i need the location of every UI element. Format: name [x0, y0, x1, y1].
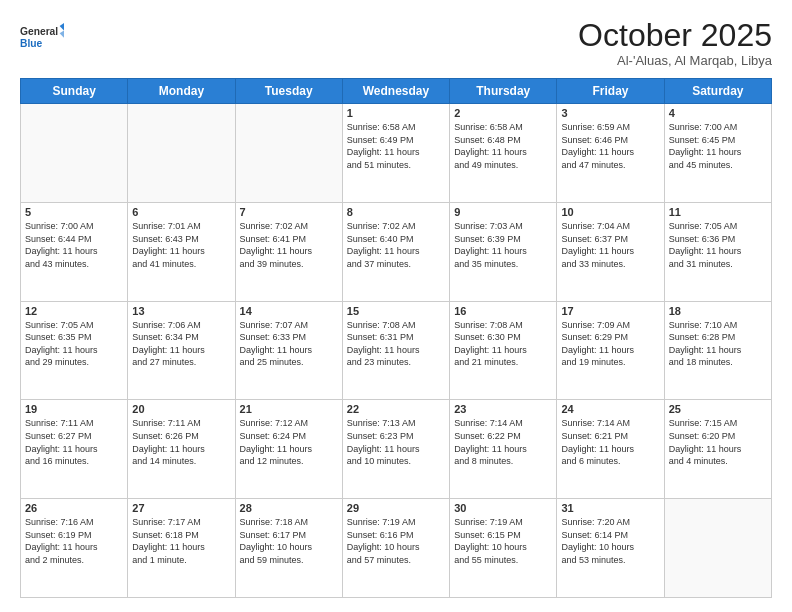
- day-number: 2: [454, 107, 552, 119]
- calendar-cell: 10Sunrise: 7:04 AM Sunset: 6:37 PM Dayli…: [557, 202, 664, 301]
- logo: General Blue: [20, 18, 64, 56]
- calendar-cell: 28Sunrise: 7:18 AM Sunset: 6:17 PM Dayli…: [235, 499, 342, 598]
- day-number: 8: [347, 206, 445, 218]
- day-info: Sunrise: 6:59 AM Sunset: 6:46 PM Dayligh…: [561, 121, 659, 171]
- day-number: 21: [240, 403, 338, 415]
- day-header-friday: Friday: [557, 79, 664, 104]
- day-number: 23: [454, 403, 552, 415]
- day-number: 10: [561, 206, 659, 218]
- day-number: 22: [347, 403, 445, 415]
- day-number: 7: [240, 206, 338, 218]
- calendar-week-3: 19Sunrise: 7:11 AM Sunset: 6:27 PM Dayli…: [21, 400, 772, 499]
- day-info: Sunrise: 7:19 AM Sunset: 6:16 PM Dayligh…: [347, 516, 445, 566]
- calendar-cell: 14Sunrise: 7:07 AM Sunset: 6:33 PM Dayli…: [235, 301, 342, 400]
- day-info: Sunrise: 7:08 AM Sunset: 6:31 PM Dayligh…: [347, 319, 445, 369]
- day-number: 5: [25, 206, 123, 218]
- day-info: Sunrise: 7:12 AM Sunset: 6:24 PM Dayligh…: [240, 417, 338, 467]
- calendar-cell: 20Sunrise: 7:11 AM Sunset: 6:26 PM Dayli…: [128, 400, 235, 499]
- day-info: Sunrise: 7:09 AM Sunset: 6:29 PM Dayligh…: [561, 319, 659, 369]
- calendar-week-0: 1Sunrise: 6:58 AM Sunset: 6:49 PM Daylig…: [21, 104, 772, 203]
- day-info: Sunrise: 7:15 AM Sunset: 6:20 PM Dayligh…: [669, 417, 767, 467]
- calendar-header-row: SundayMondayTuesdayWednesdayThursdayFrid…: [21, 79, 772, 104]
- calendar-cell: [128, 104, 235, 203]
- calendar-table: SundayMondayTuesdayWednesdayThursdayFrid…: [20, 78, 772, 598]
- day-header-saturday: Saturday: [664, 79, 771, 104]
- calendar-cell: 3Sunrise: 6:59 AM Sunset: 6:46 PM Daylig…: [557, 104, 664, 203]
- day-number: 19: [25, 403, 123, 415]
- location: Al-'Aluas, Al Marqab, Libya: [578, 53, 772, 68]
- calendar-cell: 23Sunrise: 7:14 AM Sunset: 6:22 PM Dayli…: [450, 400, 557, 499]
- calendar-cell: 25Sunrise: 7:15 AM Sunset: 6:20 PM Dayli…: [664, 400, 771, 499]
- calendar-cell: 19Sunrise: 7:11 AM Sunset: 6:27 PM Dayli…: [21, 400, 128, 499]
- calendar-cell: 17Sunrise: 7:09 AM Sunset: 6:29 PM Dayli…: [557, 301, 664, 400]
- day-info: Sunrise: 7:17 AM Sunset: 6:18 PM Dayligh…: [132, 516, 230, 566]
- day-info: Sunrise: 7:02 AM Sunset: 6:40 PM Dayligh…: [347, 220, 445, 270]
- day-info: Sunrise: 7:18 AM Sunset: 6:17 PM Dayligh…: [240, 516, 338, 566]
- day-info: Sunrise: 7:13 AM Sunset: 6:23 PM Dayligh…: [347, 417, 445, 467]
- page: General Blue October 2025 Al-'Aluas, Al …: [0, 0, 792, 612]
- svg-marker-2: [60, 23, 64, 30]
- calendar-cell: 5Sunrise: 7:00 AM Sunset: 6:44 PM Daylig…: [21, 202, 128, 301]
- day-number: 14: [240, 305, 338, 317]
- day-number: 27: [132, 502, 230, 514]
- svg-text:Blue: Blue: [20, 38, 43, 49]
- day-number: 29: [347, 502, 445, 514]
- day-info: Sunrise: 7:03 AM Sunset: 6:39 PM Dayligh…: [454, 220, 552, 270]
- calendar-cell: 12Sunrise: 7:05 AM Sunset: 6:35 PM Dayli…: [21, 301, 128, 400]
- day-header-tuesday: Tuesday: [235, 79, 342, 104]
- day-info: Sunrise: 7:04 AM Sunset: 6:37 PM Dayligh…: [561, 220, 659, 270]
- day-number: 11: [669, 206, 767, 218]
- day-info: Sunrise: 7:05 AM Sunset: 6:36 PM Dayligh…: [669, 220, 767, 270]
- header: General Blue October 2025 Al-'Aluas, Al …: [20, 18, 772, 68]
- day-number: 1: [347, 107, 445, 119]
- day-info: Sunrise: 7:16 AM Sunset: 6:19 PM Dayligh…: [25, 516, 123, 566]
- day-number: 9: [454, 206, 552, 218]
- day-info: Sunrise: 6:58 AM Sunset: 6:49 PM Dayligh…: [347, 121, 445, 171]
- day-info: Sunrise: 7:07 AM Sunset: 6:33 PM Dayligh…: [240, 319, 338, 369]
- day-number: 18: [669, 305, 767, 317]
- day-info: Sunrise: 7:10 AM Sunset: 6:28 PM Dayligh…: [669, 319, 767, 369]
- day-info: Sunrise: 7:02 AM Sunset: 6:41 PM Dayligh…: [240, 220, 338, 270]
- calendar-cell: 4Sunrise: 7:00 AM Sunset: 6:45 PM Daylig…: [664, 104, 771, 203]
- day-number: 25: [669, 403, 767, 415]
- day-number: 6: [132, 206, 230, 218]
- calendar-cell: 15Sunrise: 7:08 AM Sunset: 6:31 PM Dayli…: [342, 301, 449, 400]
- calendar-cell: 16Sunrise: 7:08 AM Sunset: 6:30 PM Dayli…: [450, 301, 557, 400]
- calendar-cell: 1Sunrise: 6:58 AM Sunset: 6:49 PM Daylig…: [342, 104, 449, 203]
- calendar-cell: 7Sunrise: 7:02 AM Sunset: 6:41 PM Daylig…: [235, 202, 342, 301]
- calendar-cell: 29Sunrise: 7:19 AM Sunset: 6:16 PM Dayli…: [342, 499, 449, 598]
- day-info: Sunrise: 6:58 AM Sunset: 6:48 PM Dayligh…: [454, 121, 552, 171]
- day-number: 13: [132, 305, 230, 317]
- day-number: 30: [454, 502, 552, 514]
- calendar-cell: 24Sunrise: 7:14 AM Sunset: 6:21 PM Dayli…: [557, 400, 664, 499]
- calendar-week-1: 5Sunrise: 7:00 AM Sunset: 6:44 PM Daylig…: [21, 202, 772, 301]
- calendar-cell: 11Sunrise: 7:05 AM Sunset: 6:36 PM Dayli…: [664, 202, 771, 301]
- day-info: Sunrise: 7:11 AM Sunset: 6:26 PM Dayligh…: [132, 417, 230, 467]
- day-number: 24: [561, 403, 659, 415]
- day-info: Sunrise: 7:05 AM Sunset: 6:35 PM Dayligh…: [25, 319, 123, 369]
- calendar-cell: 26Sunrise: 7:16 AM Sunset: 6:19 PM Dayli…: [21, 499, 128, 598]
- day-info: Sunrise: 7:08 AM Sunset: 6:30 PM Dayligh…: [454, 319, 552, 369]
- day-number: 20: [132, 403, 230, 415]
- calendar-cell: 22Sunrise: 7:13 AM Sunset: 6:23 PM Dayli…: [342, 400, 449, 499]
- day-header-monday: Monday: [128, 79, 235, 104]
- day-info: Sunrise: 7:20 AM Sunset: 6:14 PM Dayligh…: [561, 516, 659, 566]
- day-number: 12: [25, 305, 123, 317]
- day-number: 28: [240, 502, 338, 514]
- day-number: 26: [25, 502, 123, 514]
- day-info: Sunrise: 7:11 AM Sunset: 6:27 PM Dayligh…: [25, 417, 123, 467]
- title-block: October 2025 Al-'Aluas, Al Marqab, Libya: [578, 18, 772, 68]
- calendar-cell: 30Sunrise: 7:19 AM Sunset: 6:15 PM Dayli…: [450, 499, 557, 598]
- calendar-week-4: 26Sunrise: 7:16 AM Sunset: 6:19 PM Dayli…: [21, 499, 772, 598]
- calendar-cell: 31Sunrise: 7:20 AM Sunset: 6:14 PM Dayli…: [557, 499, 664, 598]
- calendar-cell: [21, 104, 128, 203]
- day-number: 16: [454, 305, 552, 317]
- calendar-cell: 27Sunrise: 7:17 AM Sunset: 6:18 PM Dayli…: [128, 499, 235, 598]
- svg-text:General: General: [20, 26, 58, 37]
- day-number: 31: [561, 502, 659, 514]
- day-info: Sunrise: 7:14 AM Sunset: 6:22 PM Dayligh…: [454, 417, 552, 467]
- calendar-cell: 21Sunrise: 7:12 AM Sunset: 6:24 PM Dayli…: [235, 400, 342, 499]
- calendar-cell: 2Sunrise: 6:58 AM Sunset: 6:48 PM Daylig…: [450, 104, 557, 203]
- day-number: 15: [347, 305, 445, 317]
- day-number: 17: [561, 305, 659, 317]
